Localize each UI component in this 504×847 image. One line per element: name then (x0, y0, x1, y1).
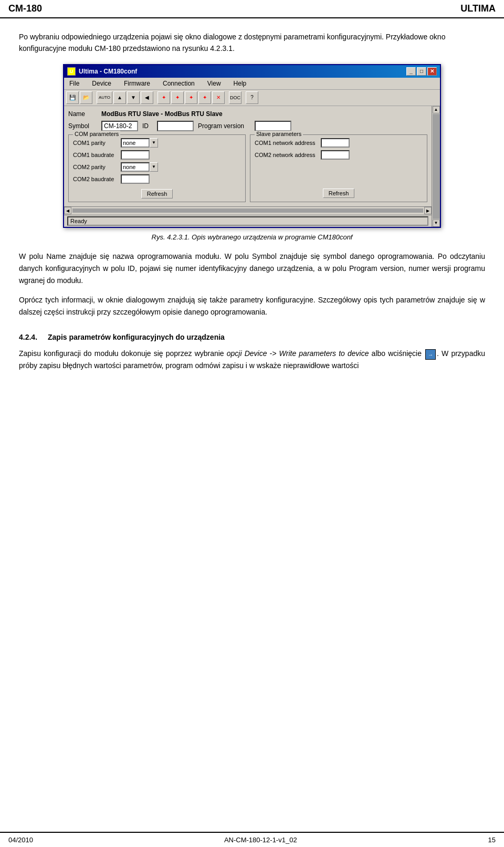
com1-baudrate-input[interactable] (121, 150, 150, 160)
symbol-label: Symbol (68, 122, 97, 130)
menu-firmware[interactable]: Firmware (122, 79, 152, 88)
com1-baudrate-label: COM1 baudrate (73, 152, 118, 158)
program-version-input[interactable] (255, 121, 291, 131)
com2-parity-input[interactable] (121, 162, 150, 172)
toolbar-red1[interactable]: ✦ (158, 91, 170, 104)
footer-date: 04/2010 (8, 836, 33, 844)
com1-parity-arrow[interactable]: ▼ (150, 138, 158, 148)
status-text: Ready (67, 216, 428, 226)
com-params-box: COM parameters COM1 parity ▼ COM (68, 134, 246, 202)
dialog-main: Name ModBus RTU Slave - ModBus RTU Slave… (64, 106, 432, 227)
com2-network-row: COM2 network address (255, 150, 423, 160)
status-bar: Ready (64, 215, 432, 227)
name-label: Name (68, 110, 97, 118)
toolbar-doc[interactable]: DOC (229, 91, 242, 104)
section-title: Zapis parametrów konfiguracyjnych do urz… (48, 333, 225, 341)
com2-baudrate-row: COM2 baudrate (73, 174, 241, 184)
com1-parity-row: COM1 parity ▼ (73, 138, 241, 148)
hscroll-left-arrow[interactable]: ◀ (64, 207, 71, 214)
com2-network-input[interactable] (321, 150, 350, 160)
com2-baudrate-label: COM2 baudrate (73, 176, 118, 182)
hscroll-track (72, 208, 423, 213)
toolbar-save[interactable]: 💾 (66, 91, 79, 104)
dialog-titlebar-left: U Ultima - CM180conf (67, 67, 137, 76)
name-value: ModBus RTU Slave - ModBus RTU Slave (101, 110, 223, 118)
close-button[interactable]: ✕ (427, 67, 437, 76)
com2-parity-label: COM2 parity (73, 164, 118, 170)
refresh-button-2[interactable]: Refresh (323, 189, 355, 198)
body-para1: W polu Name znajduje się nazwa oprogramo… (19, 250, 485, 287)
com2-parity-arrow[interactable]: ▼ (150, 162, 158, 172)
toolbar-red4[interactable]: ✦ (198, 91, 211, 104)
com1-network-input[interactable] (321, 138, 350, 148)
dialog-titlebar: U Ultima - CM180conf _ □ ✕ (64, 65, 440, 78)
vscroll-down-arrow[interactable]: ▼ (433, 219, 440, 227)
slave-params-box: Slave parameters COM1 network address CO… (250, 134, 427, 202)
toolbar-auto[interactable]: AUTO (97, 91, 112, 104)
para3-mid: albo wciśnięcie (369, 349, 424, 358)
dialog-title: Ultima - CM180conf (79, 68, 137, 75)
dialog-controls[interactable]: _ □ ✕ (406, 67, 437, 76)
body-para2: Oprócz tych informacji, w oknie dialogow… (19, 294, 485, 318)
refresh-button-1[interactable]: Refresh (141, 189, 173, 198)
id-input[interactable] (157, 121, 194, 131)
com1-parity-label: COM1 parity (73, 140, 118, 146)
vertical-scrollbar[interactable]: ▲ ▼ (432, 106, 440, 227)
com1-parity-dropdown[interactable]: ▼ (121, 138, 158, 148)
para3-italic: opcji Device -> Write parameters to devi… (227, 349, 369, 358)
toolbar-red3[interactable]: ✦ (185, 91, 197, 104)
write-params-icon (425, 349, 436, 360)
com1-parity-input[interactable] (121, 138, 150, 148)
toolbar-red2[interactable]: ✦ (171, 91, 184, 104)
footer-page: 15 (488, 836, 496, 844)
page-footer: 04/2010 AN-CM-180-12-1-v1_02 15 (0, 832, 504, 847)
caption-text: Rys. 4.2.3.1. Opis wybranego urządzenia … (152, 233, 353, 241)
hscroll-right-arrow[interactable]: ▶ (424, 207, 432, 214)
header-title-left: CM-180 (8, 3, 42, 14)
toolbar: 💾 📂 AUTO ▲ ▼ ◀ ✦ ✦ ✦ ✦ ✕ DOC ? (64, 90, 440, 106)
com2-parity-dropdown[interactable]: ▼ (121, 162, 158, 172)
menu-connection[interactable]: Connection (161, 79, 197, 88)
symbol-input[interactable] (101, 121, 138, 131)
com-params-title: COM parameters (73, 131, 120, 137)
body-para3: Zapisu konfiguracji do modułu dokonuje s… (19, 348, 485, 372)
header-title-right: ULTIMA (460, 3, 496, 14)
section-heading: 4.2.4. Zapis parametrów konfiguracyjnych… (19, 333, 485, 341)
dialog-app-icon: U (67, 67, 76, 76)
toolbar-redx[interactable]: ✕ (212, 91, 225, 104)
dialog-body: Name ModBus RTU Slave - ModBus RTU Slave… (64, 106, 432, 206)
menu-file[interactable]: File (67, 79, 81, 88)
program-version-label: Program version (198, 122, 250, 130)
toolbar-open[interactable]: 📂 (80, 91, 92, 104)
horizontal-scrollbar[interactable]: ◀ ▶ (64, 206, 432, 215)
vscroll-up-arrow[interactable]: ▲ (433, 106, 440, 113)
toolbar-down[interactable]: ▼ (127, 91, 140, 104)
toolbar-left[interactable]: ◀ (141, 91, 153, 104)
com1-network-row: COM1 network address (255, 138, 423, 148)
com1-baudrate-row: COM1 baudrate (73, 150, 241, 160)
dialog-window: U Ultima - CM180conf _ □ ✕ File Device F… (63, 64, 441, 228)
com1-network-label: COM1 network address (255, 140, 318, 146)
menu-device[interactable]: Device (90, 79, 113, 88)
minimize-button[interactable]: _ (406, 67, 416, 76)
menu-bar: File Device Firmware Connection View Hel… (64, 78, 440, 90)
toolbar-help[interactable]: ? (246, 91, 258, 104)
com2-network-label: COM2 network address (255, 152, 318, 158)
maximize-button[interactable]: □ (417, 67, 426, 76)
menu-help[interactable]: Help (232, 79, 249, 88)
com2-parity-row: COM2 parity ▼ (73, 162, 241, 172)
dialog-inner: Name ModBus RTU Slave - ModBus RTU Slave… (64, 106, 440, 227)
para3-start: Zapisu konfiguracji do modułu dokonuje s… (19, 349, 227, 358)
menu-view[interactable]: View (205, 79, 223, 88)
footer-doc-number: AN-CM-180-12-1-v1_02 (224, 836, 297, 844)
dialog-wrapper: U Ultima - CM180conf _ □ ✕ File Device F… (19, 64, 485, 228)
intro-paragraph: Po wybraniu odpowiedniego urządzenia poj… (19, 31, 485, 55)
toolbar-up[interactable]: ▲ (113, 91, 126, 104)
slave-params-title: Slave parameters (255, 131, 303, 137)
params-row: COM parameters COM1 parity ▼ COM (68, 134, 427, 202)
page-header: CM-180 ULTIMA (0, 0, 504, 18)
id-label: ID (142, 122, 153, 130)
vscroll-thumb[interactable] (433, 114, 440, 219)
com2-baudrate-input[interactable] (121, 174, 150, 184)
section-number: 4.2.4. (19, 333, 37, 341)
